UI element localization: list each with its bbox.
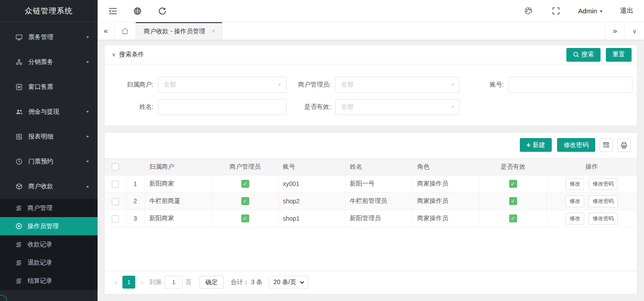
prev-page-icon[interactable]: ‹ [111, 278, 121, 286]
cluster-icon [15, 58, 23, 66]
row-checkbox[interactable] [112, 198, 119, 205]
tab-operator-management[interactable]: 商户收款 - 操作员管理 ✕ [136, 22, 222, 40]
sidebar-item-commission[interactable]: 佣金与提现 ▼ [0, 99, 98, 124]
search-icon [573, 51, 579, 58]
sidebar: 众链管理系统 票务管理 ▼ 分销票务 ▼ 窗口售票 [0, 0, 98, 301]
field-label-name: 姓名: [109, 103, 158, 111]
page-size-select[interactable]: 20 条/页 [269, 276, 308, 289]
topbar: Admin ▼ 退出 [98, 0, 644, 22]
goto-prefix-label: 到第 [149, 278, 162, 286]
sidebar-item-label: 操作员管理 [27, 222, 59, 230]
table-empty-space [105, 227, 637, 271]
edit-button[interactable]: 修改 [565, 195, 584, 207]
logout-button[interactable]: 退出 [620, 7, 633, 15]
field-label-account: 账号: [459, 81, 508, 89]
goto-suffix-label: 页 [185, 278, 192, 286]
search-panel-title: 搜索条件 [119, 51, 566, 59]
merchant-select[interactable]: 全部 ▼ [158, 77, 287, 93]
name-input[interactable] [158, 99, 287, 115]
sidebar-item-label: 报表明细 [28, 133, 86, 141]
sidebar-item-reports[interactable]: 报表明细 ▼ [0, 124, 98, 149]
users-icon [15, 108, 23, 116]
list-icon [15, 205, 22, 212]
new-button[interactable]: + 新建 [520, 138, 552, 152]
tabs-scroll-right-icon[interactable]: » [605, 22, 624, 40]
column-settings-icon[interactable] [600, 139, 613, 152]
sidebar-item-merchant-payment[interactable]: 商户收款 ▲ [0, 174, 98, 199]
sidebar-item-refund-records[interactable]: 退款记录 [0, 253, 98, 272]
reset-button[interactable]: 重置 [606, 48, 632, 62]
change-password-button[interactable]: 修改密码 [557, 138, 595, 152]
total-label: 合计： 3 条 [231, 278, 263, 286]
sidebar-item-settlement-records[interactable]: 结算记录 [0, 272, 98, 290]
header-admin: 商户管理员 [212, 158, 278, 175]
goto-confirm-button[interactable]: 确定 [200, 276, 224, 289]
sidebar-item-merchant-mgmt[interactable]: 商户管理 [0, 199, 98, 217]
sidebar-item-ticket-mgmt[interactable]: 票务管理 ▼ [0, 25, 98, 50]
change-password-row-button[interactable]: 修改密码 [589, 195, 618, 207]
select-all-checkbox[interactable] [112, 163, 119, 170]
pagination: ‹ 1 › 到第 页 确定 合计： 3 条 20 条/页 [105, 271, 637, 294]
collapse-sidebar-icon[interactable] [108, 7, 117, 16]
sidebar-item-label: 退款记录 [27, 259, 52, 267]
sidebar-item-distribution[interactable]: 分销票务 ▼ [0, 50, 98, 75]
chevron-down-icon: ▼ [451, 83, 455, 87]
chevron-down-icon: ▼ [278, 83, 282, 87]
sidebar-item-label: 窗口售票 [28, 83, 90, 91]
header-actions: 操作 [546, 158, 637, 175]
sidebar-item-window-sales[interactable]: 窗口售票 [0, 75, 98, 99]
next-page-icon[interactable]: › [137, 278, 147, 286]
row-checkbox[interactable] [112, 181, 119, 188]
sidebar-item-label: 商户管理 [27, 204, 52, 212]
sidebar-item-payment-records[interactable]: 收款记录 [0, 235, 98, 253]
goto-page-input[interactable] [165, 276, 183, 289]
chevron-down-icon: ▼ [599, 9, 603, 13]
valid-select[interactable]: 全部 ▼ [335, 99, 459, 115]
print-icon[interactable] [617, 139, 631, 152]
sidebar-item-operator-mgmt[interactable]: 操作员管理 [0, 217, 98, 235]
chevron-down-icon [300, 281, 304, 284]
valid-check-icon: ✓ [509, 180, 517, 188]
presentation-icon [15, 33, 23, 41]
tabbar: « 商户收款 - 操作员管理 ✕ » ∨ [98, 22, 644, 40]
tabs-scroll-left-icon[interactable]: « [98, 22, 114, 40]
refresh-icon[interactable] [158, 7, 167, 16]
tabbar-spacer [222, 22, 605, 40]
table-row: 1 新阳商家 ✓ xy001 新阳一号 商家操作员 ✓ 修改 修改密码 [105, 175, 637, 193]
close-icon[interactable]: ✕ [211, 28, 215, 34]
field-label-admin: 商户管理员: [287, 81, 335, 89]
header-name: 姓名 [345, 158, 412, 175]
merchant-admin-select[interactable]: 全部 ▼ [335, 77, 459, 93]
current-page-button[interactable]: 1 [122, 276, 135, 289]
main-area: Admin ▼ 退出 « 商户收款 - 操作员管理 ✕ » ∨ ∨ [98, 0, 644, 301]
theme-palette-icon[interactable] [524, 7, 533, 16]
corner-decoration [0, 295, 7, 301]
fullscreen-icon[interactable] [552, 7, 561, 16]
collapse-panel-icon[interactable]: ∨ [112, 51, 116, 58]
user-menu[interactable]: Admin ▼ [578, 7, 603, 15]
cell-name: 新阳一号 [345, 175, 412, 193]
header-merchant: 归属商户 [145, 158, 212, 175]
list-icon [15, 259, 22, 266]
edit-button[interactable]: 修改 [565, 178, 584, 190]
cell-merchant: 牛栏前商厦 [145, 193, 212, 210]
form-row: 归属商户: 全部 ▼ 商户管理员: 全部 ▼ 账号: [109, 77, 632, 93]
header-valid: 是否有效 [479, 158, 546, 175]
search-button[interactable]: 搜索 [566, 48, 601, 62]
change-password-row-button[interactable]: 修改密码 [589, 213, 618, 225]
window-w-icon [15, 83, 23, 91]
valid-check-icon: ✓ [509, 197, 517, 205]
change-password-row-button[interactable]: 修改密码 [589, 178, 618, 190]
home-tab[interactable] [114, 22, 136, 40]
home-icon [121, 27, 129, 35]
clock-icon [15, 158, 23, 166]
row-checkbox[interactable] [112, 215, 119, 222]
account-input[interactable] [508, 77, 632, 93]
operators-table: 归属商户 商户管理员 账号 姓名 角色 是否有效 操作 1 [105, 158, 637, 227]
language-globe-icon[interactable] [133, 7, 142, 16]
cell-account: shop2 [278, 193, 345, 210]
chevron-down-icon: ▼ [86, 160, 90, 163]
sidebar-item-reservation[interactable]: 门票预约 ▼ [0, 149, 98, 174]
edit-button[interactable]: 修改 [565, 213, 584, 225]
tabs-menu-icon[interactable]: ∨ [624, 22, 644, 40]
